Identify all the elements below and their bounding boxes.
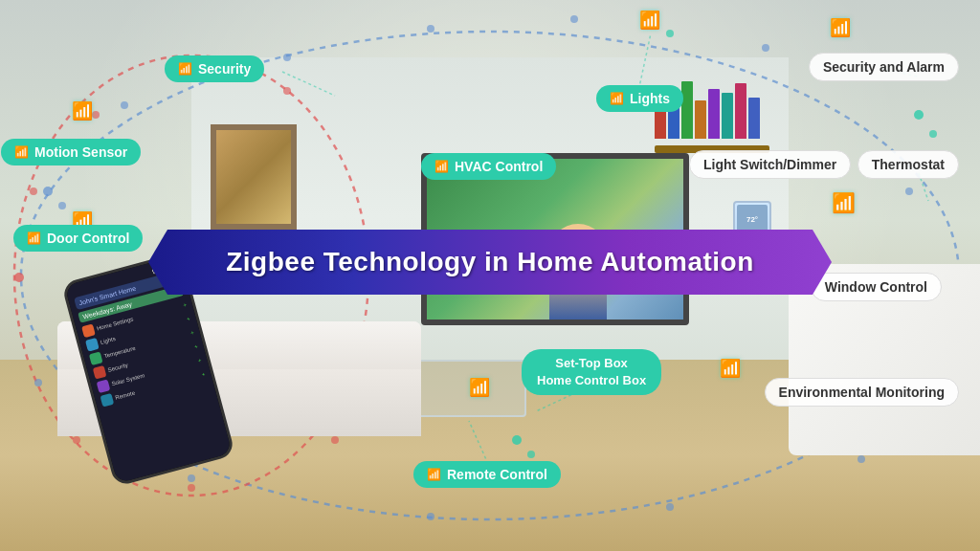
label-remote-control: 📶 Remote Control (413, 461, 561, 488)
label-door-control: 📶 Door Control (13, 225, 143, 252)
page-title: Zigbee Technology in Home Automation (187, 247, 793, 277)
label-security-alarm: Security and Alarm (809, 53, 959, 81)
label-light-switch: Light Switch/Dimmer (689, 150, 851, 179)
wifi-icon-lights: 📶 (610, 92, 624, 105)
wifi-badge-bottom-right: 📶 (720, 358, 741, 379)
wifi-icon-motion: 📶 (14, 145, 29, 159)
label-security: 📶 Security (165, 55, 264, 82)
wifi-icon-hvac: 📶 (434, 160, 449, 173)
picture-frame (211, 124, 297, 230)
label-environmental: Environmental Monitoring (765, 378, 959, 407)
wifi-badge-left: 📶 (72, 100, 93, 121)
wifi-icon-door: 📶 (27, 231, 41, 245)
label-motion-sensor: 📶 Motion Sensor (1, 139, 141, 165)
wifi-icon-security: 📶 (178, 62, 192, 76)
label-lights: 📶 Lights (596, 85, 683, 112)
label-hvac: 📶 HVAC Control (421, 153, 556, 180)
wifi-icon-remote: 📶 (427, 468, 441, 481)
wifi-badge-right-mid: 📶 (832, 191, 856, 214)
title-banner: Zigbee Technology in Home Automation (148, 230, 832, 295)
label-thermostat: Thermostat (858, 150, 959, 179)
wifi-badge-top-right: 📶 (830, 17, 851, 38)
label-set-top-box: Set-Top Box Home Control Box (522, 349, 661, 395)
wifi-badge-bottom-mid: 📶 (469, 377, 490, 398)
wifi-badge-top-center: 📶 (639, 10, 660, 31)
